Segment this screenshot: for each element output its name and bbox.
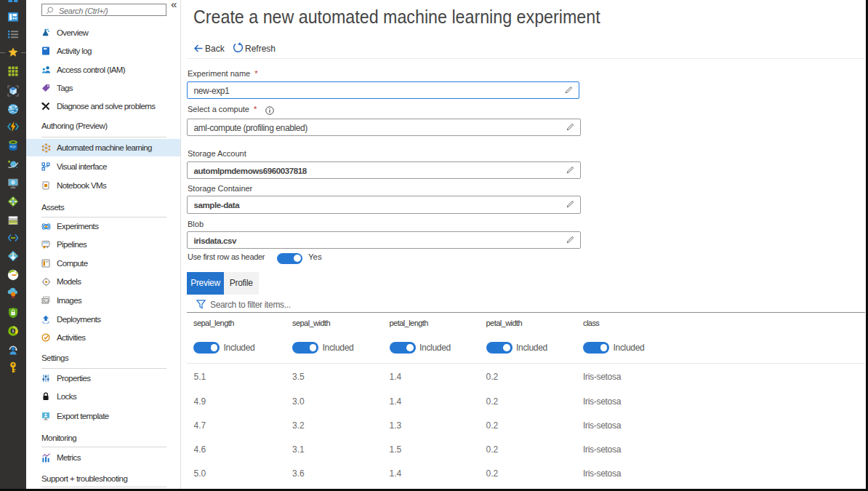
svg-text:$: $ xyxy=(12,330,15,333)
svg-text:SQL: SQL xyxy=(10,145,17,148)
